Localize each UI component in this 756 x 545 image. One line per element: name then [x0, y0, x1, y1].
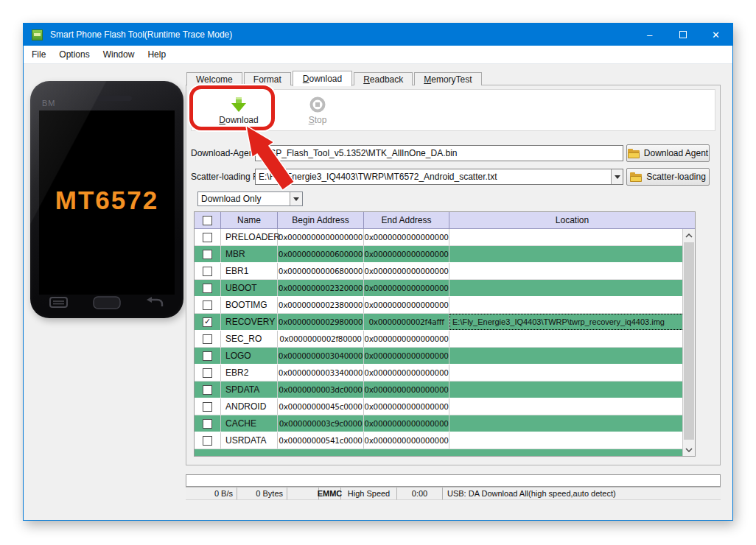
- table-row[interactable]: CACHE 0x000000003c9c0000 0x0000000000000…: [195, 415, 682, 432]
- row-location-cell[interactable]: [449, 432, 682, 449]
- row-checkbox[interactable]: [203, 233, 212, 242]
- table-row[interactable]: SEC_RO 0x0000000002f80000 0x000000000000…: [195, 331, 682, 348]
- table-row[interactable]: EBR1 0x0000000000680000 0x00000000000000…: [195, 263, 682, 280]
- select-all-checkbox[interactable]: [203, 216, 212, 225]
- scatter-dropdown-button[interactable]: [611, 169, 623, 184]
- row-checkbox[interactable]: [203, 402, 212, 412]
- phone-home-button: [92, 295, 122, 310]
- menu-help[interactable]: Help: [141, 46, 172, 63]
- download-mode-select[interactable]: Download Only: [197, 191, 303, 206]
- table-row[interactable]: EBR2 0x0000000003340000 0x00000000000000…: [195, 365, 682, 382]
- row-location-cell[interactable]: E:\Fly_Energie3_IQ4403\TWRP\twrp_recover…: [449, 314, 682, 330]
- row-location-cell[interactable]: [449, 229, 682, 245]
- download-button[interactable]: Download: [200, 91, 277, 130]
- row-checkbox-cell[interactable]: [195, 263, 221, 279]
- menu-options[interactable]: Options: [52, 46, 96, 63]
- download-arrow-icon: [231, 96, 247, 113]
- row-checkbox[interactable]: [203, 284, 212, 293]
- row-location-cell[interactable]: [449, 331, 682, 347]
- row-checkbox-cell[interactable]: [195, 398, 221, 415]
- row-location-cell[interactable]: [449, 398, 682, 415]
- row-checkbox-cell[interactable]: [195, 415, 221, 432]
- window-title: Smart Phone Flash Tool(Runtime Trace Mod…: [50, 29, 633, 40]
- row-checkbox-cell[interactable]: [195, 348, 221, 364]
- menu-file[interactable]: File: [25, 46, 52, 63]
- row-checkbox-cell[interactable]: [195, 246, 221, 262]
- table-row[interactable]: MBR 0x0000000000600000 0x000000000000000…: [195, 246, 682, 263]
- scroll-down-icon[interactable]: [683, 443, 695, 456]
- row-end-address-cell: 0x0000000000000000: [364, 246, 449, 262]
- table-row[interactable]: LOGO 0x0000000003040000 0x00000000000000…: [195, 348, 682, 365]
- row-checkbox-cell[interactable]: [195, 297, 221, 313]
- table-row[interactable]: USRDATA 0x00000000541c0000 0x00000000000…: [195, 432, 682, 449]
- status-time: 0:00: [397, 488, 443, 500]
- select-all-header-cell[interactable]: [195, 212, 221, 229]
- row-location-cell[interactable]: [449, 297, 682, 313]
- header-begin-address[interactable]: Begin Address: [278, 212, 364, 229]
- tab-format[interactable]: Format: [244, 72, 291, 85]
- table-row[interactable]: SPDATA 0x0000000003dc0000 0x000000000000…: [195, 382, 682, 398]
- row-begin-address-cell: 0x0000000002980000: [278, 314, 364, 330]
- menu-window[interactable]: Window: [97, 46, 141, 63]
- row-location-cell[interactable]: [449, 280, 682, 296]
- mode-dropdown-button[interactable]: [290, 192, 302, 205]
- table-row[interactable]: BOOTIMG 0x0000000002380000 0x00000000000…: [195, 297, 682, 314]
- row-location-cell[interactable]: [449, 382, 682, 398]
- table-row[interactable]: PRELOADER 0x0000000000000000 0x000000000…: [195, 229, 682, 246]
- row-location-cell[interactable]: [449, 246, 682, 262]
- status-link-speed: High Speed: [341, 488, 397, 500]
- row-checkbox[interactable]: [203, 351, 212, 361]
- table-row[interactable]: UBOOT 0x0000000002320000 0x0000000000000…: [195, 280, 682, 297]
- row-checkbox[interactable]: [203, 385, 212, 395]
- row-checkbox[interactable]: [203, 300, 212, 310]
- row-checkbox[interactable]: [203, 267, 212, 276]
- table-row[interactable]: RECOVERY 0x0000000002980000 0x0000000002…: [195, 314, 682, 331]
- header-end-address[interactable]: End Address: [364, 212, 449, 229]
- row-location-cell[interactable]: [449, 348, 682, 364]
- row-end-address-cell: 0x0000000000000000: [364, 280, 449, 296]
- tab-memorytest[interactable]: MemoryTest: [414, 72, 481, 85]
- row-checkbox[interactable]: [203, 250, 212, 259]
- row-checkbox-cell[interactable]: [195, 331, 221, 347]
- table-row[interactable]: ANDROID 0x00000000045c0000 0x00000000000…: [195, 398, 682, 415]
- row-checkbox[interactable]: [203, 317, 212, 327]
- header-location[interactable]: Location: [449, 212, 695, 229]
- row-begin-address-cell: 0x0000000000680000: [278, 263, 364, 279]
- scroll-up-icon[interactable]: [683, 229, 695, 242]
- row-checkbox-cell[interactable]: [195, 314, 221, 330]
- minimize-button[interactable]: –: [633, 24, 666, 46]
- row-checkbox-cell[interactable]: [195, 229, 221, 245]
- row-location-cell[interactable]: [449, 365, 682, 381]
- vertical-scrollbar[interactable]: [682, 229, 695, 456]
- download-agent-path-field[interactable]: [255, 145, 623, 161]
- row-checkbox-cell[interactable]: [195, 432, 221, 449]
- download-button-label: Download: [219, 115, 258, 125]
- tab-readback[interactable]: Readback: [354, 72, 413, 85]
- maximize-button[interactable]: [666, 24, 699, 46]
- row-checkbox-cell[interactable]: [195, 382, 221, 398]
- tab-download[interactable]: Download: [293, 71, 352, 86]
- row-location-cell[interactable]: [449, 263, 682, 279]
- status-bytes: 0 Bytes: [237, 488, 287, 500]
- tab-welcome[interactable]: Welcome: [186, 72, 242, 85]
- download-mode-value: Download Only: [198, 194, 290, 204]
- row-checkbox[interactable]: [203, 334, 212, 344]
- close-button[interactable]: ✕: [699, 24, 732, 46]
- scatter-file-combobox[interactable]: [255, 169, 623, 185]
- phone-menu-icon: [49, 296, 69, 309]
- row-name-cell: CACHE: [221, 415, 278, 432]
- scatter-browse-button[interactable]: Scatter-loading: [626, 168, 710, 186]
- app-window: Smart Phone Flash Tool(Runtime Trace Mod…: [23, 23, 733, 521]
- row-begin-address-cell: 0x0000000003340000: [278, 365, 364, 381]
- row-checkbox[interactable]: [203, 436, 212, 446]
- row-checkbox[interactable]: [203, 419, 212, 429]
- stop-button[interactable]: Stop: [295, 91, 340, 130]
- header-name[interactable]: Name: [221, 212, 278, 229]
- row-checkbox[interactable]: [203, 368, 212, 378]
- download-agent-browse-button[interactable]: Download Agent: [626, 144, 710, 162]
- scrollbar-thumb[interactable]: [684, 242, 694, 440]
- menu-bar: File Options Window Help: [24, 46, 732, 64]
- row-location-cell[interactable]: [449, 415, 682, 432]
- row-checkbox-cell[interactable]: [195, 280, 221, 296]
- row-checkbox-cell[interactable]: [195, 365, 221, 381]
